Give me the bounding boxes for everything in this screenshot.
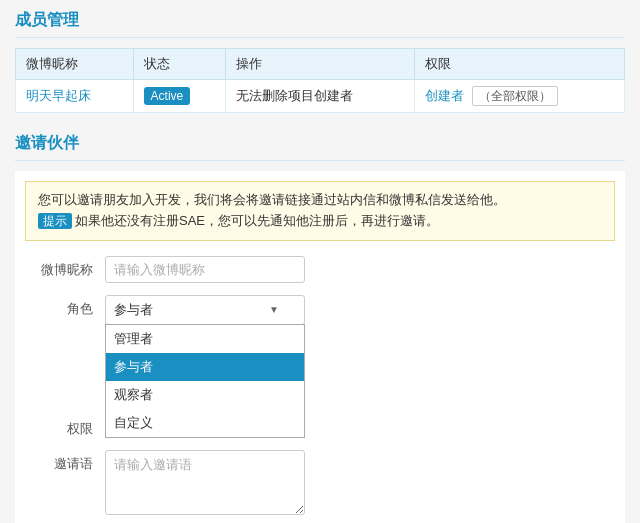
- role-row: 角色 参与者 ▼ 管理者 参与者 观察者 自定义: [25, 295, 615, 325]
- invite-msg-wrapper: [105, 450, 305, 518]
- cell-status: Active: [133, 80, 226, 113]
- role-select[interactable]: 参与者 ▼: [105, 295, 305, 325]
- perm-badge: （全部权限）: [472, 86, 558, 106]
- invite-form-container: 您可以邀请朋友加入开发，我们将会将邀请链接通过站内信和微博私信发送给他。 提示如…: [15, 171, 625, 523]
- role-dropdown: 管理者 参与者 观察者 自定义: [105, 324, 305, 438]
- col-header-status: 状态: [133, 49, 226, 80]
- chevron-down-icon: ▼: [269, 304, 279, 315]
- perm-label: 权限: [25, 415, 105, 438]
- tip-detail: 如果他还没有注册SAE，您可以先通知他注册后，再进行邀请。: [75, 213, 439, 228]
- member-management-section: 成员管理 微博昵称 状态 操作 权限 明天早起床 Active 无法删除项目创建…: [15, 10, 625, 113]
- cell-action: 无法删除项目创建者: [226, 80, 415, 113]
- nickname-input-wrapper: [105, 256, 305, 283]
- nickname-label: 微博昵称: [25, 256, 105, 279]
- status-badge: Active: [144, 87, 191, 105]
- nickname-input[interactable]: [105, 256, 305, 283]
- role-link[interactable]: 创建者: [425, 88, 464, 103]
- role-option-3[interactable]: 自定义: [106, 409, 304, 437]
- invite-msg-input[interactable]: [105, 450, 305, 515]
- user-link[interactable]: 明天早起床: [26, 88, 91, 103]
- col-header-action: 操作: [226, 49, 415, 80]
- role-option-0[interactable]: 管理者: [106, 325, 304, 353]
- role-option-2[interactable]: 观察者: [106, 381, 304, 409]
- invite-partner-section: 邀请伙伴 您可以邀请朋友加入开发，我们将会将邀请链接通过站内信和微博私信发送给他…: [15, 133, 625, 523]
- member-management-title: 成员管理: [15, 10, 625, 38]
- role-label: 角色: [25, 295, 105, 318]
- tip-badge-1: 提示: [38, 213, 72, 229]
- info-text: 您可以邀请朋友加入开发，我们将会将邀请链接通过站内信和微博私信发送给他。: [38, 192, 506, 207]
- invite-msg-label: 邀请语: [25, 450, 105, 473]
- cell-nickname: 明天早起床: [16, 80, 134, 113]
- nickname-row: 微博昵称: [25, 256, 615, 283]
- role-selected-value: 参与者: [114, 301, 153, 319]
- info-box: 您可以邀请朋友加入开发，我们将会将邀请链接通过站内信和微博私信发送给他。 提示如…: [25, 181, 615, 241]
- member-table: 微博昵称 状态 操作 权限 明天早起床 Active 无法删除项目创建者 创建者…: [15, 48, 625, 113]
- role-option-1[interactable]: 参与者: [106, 353, 304, 381]
- col-header-nickname: 微博昵称: [16, 49, 134, 80]
- invite-msg-row: 邀请语: [25, 450, 615, 518]
- cell-perm: 创建者 （全部权限）: [414, 80, 624, 113]
- invite-partner-title: 邀请伙伴: [15, 133, 625, 161]
- table-row: 明天早起床 Active 无法删除项目创建者 创建者 （全部权限）: [16, 80, 625, 113]
- role-select-wrapper: 参与者 ▼ 管理者 参与者 观察者 自定义: [105, 295, 305, 325]
- col-header-perm: 权限: [414, 49, 624, 80]
